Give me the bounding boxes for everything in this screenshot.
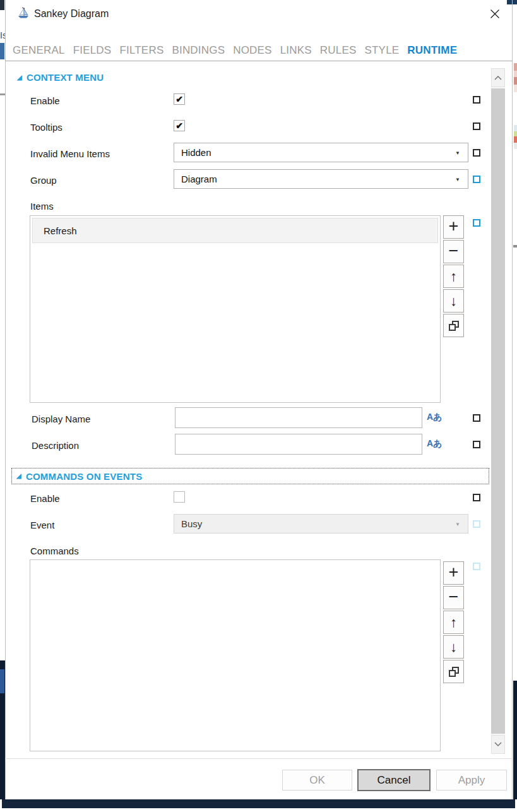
- background-fragment: [514, 143, 517, 149]
- minus-icon: −: [449, 588, 459, 606]
- display-name-input[interactable]: [175, 407, 422, 428]
- background-fragment: [514, 131, 517, 136]
- move-up-button[interactable]: ↑: [443, 611, 464, 634]
- tab-general[interactable]: GENERAL: [13, 44, 65, 57]
- dialog-right-border: [512, 0, 513, 799]
- app-sailboat-icon: [16, 6, 30, 20]
- background-fragment: [514, 77, 517, 85]
- background-fragment: [514, 71, 517, 77]
- items-list[interactable]: Refresh: [30, 215, 441, 403]
- collapse-expander-icon[interactable]: ◢: [17, 75, 22, 81]
- apply-button[interactable]: Apply: [436, 770, 507, 791]
- background-fragment: [513, 681, 517, 799]
- add-button[interactable]: +: [443, 561, 464, 585]
- chevron-down-icon: ▼: [455, 150, 460, 156]
- vertical-scrollbar[interactable]: [491, 68, 505, 754]
- localization-icon[interactable]: Aあ: [427, 412, 442, 423]
- enable-checkbox-unchecked[interactable]: [174, 491, 185, 503]
- remove-button[interactable]: −: [443, 586, 464, 609]
- tab-underline: [5, 61, 513, 61]
- remove-button[interactable]: −: [443, 240, 464, 263]
- tab-runtime[interactable]: RUNTIME: [407, 44, 457, 57]
- background-fragment: [514, 85, 517, 92]
- tooltips-checkbox[interactable]: ✔: [174, 120, 185, 131]
- minus-icon: −: [449, 242, 459, 260]
- check-icon: ✔: [175, 121, 183, 131]
- scrollbar-thumb[interactable]: [491, 88, 505, 734]
- scroll-up-icon[interactable]: [491, 68, 505, 87]
- tab-style[interactable]: STYLE: [365, 44, 400, 57]
- invalid-menu-items-label: Invalid Menu Items: [30, 148, 110, 159]
- binding-indicator[interactable]: [473, 176, 480, 183]
- scroll-down-icon[interactable]: [491, 735, 505, 754]
- background-fragment: [0, 43, 4, 59]
- check-icon: ✔: [175, 94, 183, 104]
- binding-indicator[interactable]: [473, 149, 480, 157]
- close-icon[interactable]: [486, 5, 504, 23]
- background-fragment: [514, 125, 517, 131]
- arrow-down-icon: ↓: [450, 640, 457, 654]
- chevron-down-icon: ▼: [455, 522, 460, 527]
- dropdown-value: Hidden: [181, 147, 211, 158]
- binding-indicator[interactable]: [473, 122, 480, 130]
- tab-links[interactable]: LINKS: [280, 44, 312, 57]
- enable-label: Enable: [30, 493, 60, 504]
- binding-indicator[interactable]: [473, 219, 480, 227]
- description-label: Description: [32, 440, 79, 451]
- background-fragment: [0, 669, 4, 693]
- dialog-left-border: [5, 0, 6, 799]
- tab-nodes[interactable]: NODES: [233, 44, 271, 57]
- tab-bindings[interactable]: BINDINGS: [172, 44, 225, 57]
- copy-icon: [449, 321, 459, 331]
- commands-label: Commands: [30, 546, 79, 556]
- list-item[interactable]: Refresh: [32, 218, 438, 243]
- add-button[interactable]: +: [443, 215, 464, 239]
- section-title: CONTEXT MENU: [27, 72, 104, 83]
- binding-indicator[interactable]: [473, 96, 480, 104]
- tab-rules[interactable]: RULES: [320, 44, 357, 57]
- arrow-up-icon: ↑: [450, 270, 457, 284]
- section-title: COMMANDS ON EVENTS: [26, 471, 142, 482]
- event-dropdown-disabled: Busy ▼: [174, 514, 468, 534]
- enable-checkbox[interactable]: ✔: [174, 93, 185, 105]
- binding-indicator[interactable]: [473, 414, 480, 422]
- tab-filters[interactable]: FILTERS: [119, 44, 163, 57]
- collapse-expander-icon[interactable]: ◢: [16, 473, 21, 479]
- ok-button[interactable]: OK: [282, 770, 352, 791]
- description-input[interactable]: [175, 434, 422, 455]
- invalid-menu-items-dropdown[interactable]: Hidden ▼: [174, 143, 468, 162]
- group-label: Group: [30, 175, 57, 186]
- copy-icon: [449, 667, 459, 677]
- screen: Is Sankey Diagram GENERAL FIELDS FIL: [0, 0, 517, 812]
- window-bottom-edge: [2, 799, 515, 808]
- move-down-button[interactable]: ↓: [443, 635, 464, 659]
- group-dropdown[interactable]: Diagram ▼: [174, 169, 468, 189]
- enable-label: Enable: [30, 95, 60, 106]
- commands-list-empty[interactable]: [30, 559, 441, 751]
- background-fragment: [0, 93, 5, 95]
- section-header-context-menu[interactable]: ◢ CONTEXT MENU: [17, 72, 104, 83]
- background-fragment: [514, 136, 517, 143]
- tooltips-label: Tooltips: [30, 122, 62, 133]
- dropdown-value: Busy: [181, 518, 202, 529]
- background-fragment: [514, 63, 517, 71]
- move-up-button[interactable]: ↑: [443, 265, 464, 288]
- chevron-down-icon: ▼: [455, 177, 460, 182]
- localization-icon[interactable]: Aあ: [427, 438, 442, 450]
- duplicate-button[interactable]: [443, 660, 464, 683]
- cancel-button[interactable]: Cancel: [357, 769, 431, 791]
- binding-indicator[interactable]: [473, 494, 480, 501]
- tab-bar: GENERAL FIELDS FILTERS BINDINGS NODES LI…: [13, 44, 457, 57]
- duplicate-button[interactable]: [443, 314, 464, 337]
- binding-indicator[interactable]: [473, 441, 480, 448]
- binding-indicator-disabled: [473, 563, 480, 570]
- tab-fields[interactable]: FIELDS: [73, 44, 112, 57]
- window-title: Sankey Diagram: [34, 8, 109, 20]
- arrow-up-icon: ↑: [450, 616, 457, 630]
- section-header-commands-on-events[interactable]: ◢ COMMANDS ON EVENTS: [11, 468, 489, 484]
- background-fragment: [0, 0, 4, 10]
- plus-icon: +: [449, 564, 459, 581]
- event-label: Event: [30, 520, 54, 530]
- move-down-button[interactable]: ↓: [443, 289, 464, 313]
- background-fragment: [513, 245, 517, 248]
